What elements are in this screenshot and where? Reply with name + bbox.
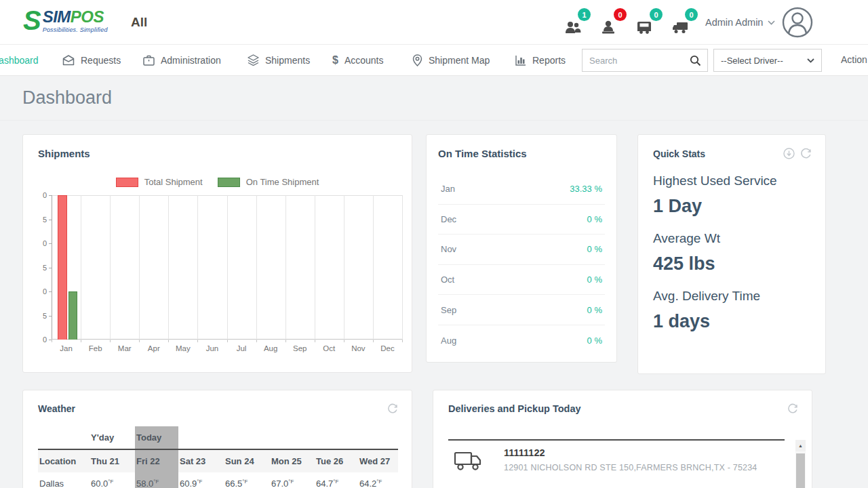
nav-item-shipment-map[interactable]: Shipment Map (412, 45, 490, 75)
search-button[interactable] (683, 49, 708, 72)
trucks-notification[interactable]: 0 (672, 12, 695, 34)
briefcase-icon (143, 55, 155, 66)
brand-tagline: Possibilities. Simplified (43, 26, 108, 33)
on-time-row: Sep0 % (438, 295, 605, 325)
stat-highest-used-service: Highest Used Service 1 Day (653, 174, 810, 217)
refresh-icon[interactable] (787, 403, 798, 414)
on-time-row: Nov0 % (438, 235, 605, 265)
legend-swatch-ontime (218, 178, 240, 187)
refresh-icon[interactable] (387, 403, 398, 414)
user-name: Admin Admin (705, 17, 763, 28)
scroll-thumb[interactable] (796, 453, 805, 488)
weather-tools (387, 403, 398, 414)
deliveries-scrollbar[interactable]: ▲ (795, 440, 806, 488)
quick-stats-tools (783, 148, 812, 159)
drivers-notification[interactable]: 0 (601, 12, 624, 34)
shipments-bar-chart: 0505050JanFebMarAprMayJunJulAugSepOctNov… (52, 195, 402, 340)
action-menu[interactable]: Action I (841, 54, 868, 65)
avatar[interactable] (782, 7, 813, 38)
weather-header-row: Location Thu 21 Fri 22 Sat 23 Sun 24 Mon… (38, 450, 398, 472)
delivery-id: 11111122 (504, 447, 757, 458)
delivery-list-item[interactable]: 11111122 12901 NICHOLSON RD STE 150,FARM… (454, 447, 757, 472)
vans-badge: 0 (650, 8, 663, 21)
shipments-card: Shipments Total Shipment On Time Shipmen… (22, 134, 412, 373)
chevron-down-icon (807, 58, 814, 63)
chevron-down-icon (768, 20, 775, 25)
deliveries-card: Deliveries and Pickup Today ▲ 11111122 1… (433, 390, 812, 488)
chart-legend: Total Shipment On Time Shipment (23, 177, 412, 187)
trucks-badge: 0 (685, 8, 698, 21)
driver-select-value: --Select Driver-- (721, 56, 783, 66)
stat-avg-delivery-time: Avg. Delivery Time 1 days (653, 289, 810, 332)
page-title: Dashboard (22, 87, 112, 108)
title-band: Dashboard (0, 76, 868, 121)
app-header: S SIMPOS Possibilities. Simplified All 1… (0, 0, 868, 45)
customers-badge: 1 (578, 8, 591, 21)
quick-stats-card: Quick Stats Highest Used Service 1 Day A… (637, 134, 826, 374)
weather-title: Weather (38, 403, 75, 414)
customers-notification[interactable]: 1 (565, 12, 588, 34)
nav-item-administration[interactable]: Administration (143, 45, 221, 75)
search-box (582, 49, 684, 72)
map-pin-icon (412, 54, 422, 66)
refresh-icon[interactable] (800, 148, 812, 159)
dollar-icon: $ (332, 54, 338, 66)
weather-period-row: Y'day Today (38, 426, 398, 449)
deliveries-title: Deliveries and Pickup Today (448, 403, 581, 414)
nav-item-reports[interactable]: Reports (515, 45, 566, 75)
delivery-truck-icon (454, 450, 482, 472)
nav-item-shipments[interactable]: Shipments (248, 45, 310, 75)
context-label: All (131, 15, 147, 30)
deliveries-separator (448, 439, 785, 441)
driver-select[interactable]: --Select Driver-- (713, 49, 822, 72)
simpos-logo[interactable]: S SIMPOS Possibilities. Simplified (23, 7, 108, 34)
on-time-row: Dec0 % (438, 205, 605, 235)
on-time-statistics-card: On Time Statistics Jan33.33 % Dec0 % Nov… (426, 134, 617, 363)
search-icon (690, 55, 701, 66)
nav-item-accounts[interactable]: $ Accounts (332, 45, 384, 75)
vans-notification[interactable]: 0 (637, 12, 660, 34)
on-time-card-title: On Time Statistics (438, 148, 527, 159)
stat-average-wt: Average Wt 425 lbs (653, 231, 810, 274)
weather-table: Y'day Today Location Thu 21 Fri 22 Sat 2… (38, 426, 398, 488)
nav-item-requests[interactable]: Requests (62, 45, 121, 75)
bar-chart-icon (515, 55, 526, 66)
deliveries-tools (787, 403, 798, 414)
legend-on-time-shipment: On Time Shipment (218, 177, 319, 187)
shipments-card-title: Shipments (38, 148, 90, 159)
truck-icon (672, 21, 689, 34)
on-time-row: Aug0 % (438, 325, 605, 356)
brand-name: SIMPOS (43, 7, 104, 26)
driver-icon (601, 20, 616, 34)
user-menu[interactable]: Admin Admin (705, 17, 775, 28)
weather-today-label: Today (135, 426, 178, 449)
download-circle-icon[interactable] (783, 148, 795, 159)
on-time-row: Jan33.33 % (438, 174, 605, 205)
drivers-badge: 0 (614, 8, 627, 21)
delivery-address: 12901 NICHOLSON RD STE 150,FARMERS BRNCH… (504, 463, 757, 472)
brand-s-icon: S (23, 7, 40, 34)
weather-location: Dallas (38, 472, 90, 488)
customers-icon (565, 20, 581, 34)
search-input[interactable] (583, 49, 683, 71)
weather-card: Weather Y'day Today Location Thu 21 Fri … (22, 390, 412, 488)
on-time-rows: Jan33.33 % Dec0 % Nov0 % Oct0 % Sep0 % A… (438, 174, 605, 356)
legend-total-shipment: Total Shipment (116, 177, 203, 187)
requests-icon (62, 55, 75, 66)
main-nav: Dashboard Requests Administration Shipme… (0, 45, 868, 76)
scroll-up-arrow[interactable]: ▲ (795, 440, 806, 451)
on-time-row: Oct0 % (438, 265, 605, 296)
van-icon (637, 20, 653, 34)
weather-yday-label: Y'day (90, 426, 135, 449)
nav-item-dashboard[interactable]: Dashboard (0, 45, 39, 75)
legend-swatch-total (116, 178, 138, 187)
layers-icon (248, 54, 259, 66)
avatar-person-icon (782, 7, 813, 38)
weather-data-row: Dallas 60.0°F 58.0°F 60.9°F 66.5°F 67.0°… (38, 472, 398, 488)
